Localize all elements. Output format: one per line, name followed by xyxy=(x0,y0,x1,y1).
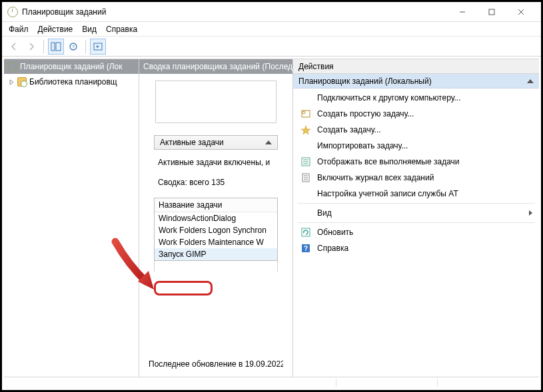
document-icon xyxy=(300,172,312,183)
action-import[interactable]: Импортировать задачу... xyxy=(293,138,539,154)
action-at-account[interactable]: Настройка учетной записи службы AT xyxy=(293,186,539,202)
action-create-task[interactable]: Создать задачу... xyxy=(293,122,539,138)
task-row[interactable]: Work Folders Logon Synchron xyxy=(155,224,277,236)
new-task-icon xyxy=(300,108,312,119)
blank-icon xyxy=(300,93,312,103)
expand-icon[interactable] xyxy=(8,79,15,85)
actions-header: Действия xyxy=(293,59,539,74)
toolbar: ? xyxy=(2,37,541,57)
collapse-icon xyxy=(527,79,534,83)
star-icon xyxy=(300,124,312,135)
action-help[interactable]: ? Справка xyxy=(293,240,539,256)
task-row[interactable]: WindowsActionDialog xyxy=(155,212,277,224)
blank-icon xyxy=(300,140,312,151)
chevron-right-icon xyxy=(529,210,532,216)
menu-help[interactable]: Справка xyxy=(106,25,137,34)
last-update-text: Последнее обновление в 19.09.2022 13:27 xyxy=(149,359,283,369)
toolbar-item-3[interactable] xyxy=(90,39,106,55)
action-refresh[interactable]: Обновить xyxy=(293,224,539,240)
action-show-running[interactable]: Отображать все выполняемые задачи xyxy=(293,154,539,170)
minimize-button[interactable] xyxy=(448,3,477,21)
clock-icon xyxy=(7,7,18,17)
menu-bar: Файл Действие Вид Справка xyxy=(2,22,541,37)
svg-rect-5 xyxy=(56,43,61,51)
svg-rect-21 xyxy=(302,228,310,236)
blank-icon xyxy=(300,208,312,218)
svg-text:?: ? xyxy=(304,245,308,252)
svg-rect-4 xyxy=(51,43,55,51)
menu-view[interactable]: Вид xyxy=(82,25,97,34)
actions-panel: Действия Планировщик заданий (Локальный)… xyxy=(293,59,539,377)
back-button[interactable] xyxy=(6,39,22,55)
task-row-selected[interactable]: Запуск GIMP xyxy=(155,248,277,260)
close-button[interactable] xyxy=(506,3,536,21)
svg-text:?: ? xyxy=(72,44,75,50)
actions-subheader-text: Планировщик заданий (Локальный) xyxy=(298,77,432,86)
task-column-header[interactable]: Название задачи xyxy=(155,198,277,212)
maximize-button[interactable] xyxy=(477,3,506,21)
collapse-icon xyxy=(265,140,272,144)
menu-file[interactable]: Файл xyxy=(9,25,29,34)
svg-rect-1 xyxy=(489,9,494,15)
active-tasks-title: Активные задачи xyxy=(160,138,224,147)
tree-header-text: Планировщик заданий (Лок xyxy=(20,62,123,71)
tree-header: Планировщик заданий (Лок xyxy=(4,59,139,74)
action-enable-log[interactable]: Включить журнал всех заданий xyxy=(293,170,539,186)
blank-icon xyxy=(300,188,312,199)
active-tasks-note: Активные задачи включены, и xyxy=(158,158,274,167)
center-header: Сводка планировщика заданий (Последне xyxy=(139,59,292,74)
action-connect[interactable]: Подключиться к другому компьютеру... xyxy=(293,90,539,106)
status-bar xyxy=(4,377,539,388)
svg-marker-9 xyxy=(97,45,99,48)
help-icon: ? xyxy=(300,243,312,254)
window-title: Планировщик заданий xyxy=(22,7,106,17)
list-icon xyxy=(300,156,312,167)
actions-subheader[interactable]: Планировщик заданий (Локальный) xyxy=(293,74,539,89)
tree-panel: Планировщик заданий (Лок Библиотека план… xyxy=(4,59,139,377)
action-view[interactable]: Вид xyxy=(293,205,539,221)
clock-icon xyxy=(8,62,17,71)
task-row[interactable]: Work Folders Maintenance W xyxy=(155,236,277,248)
svg-marker-12 xyxy=(301,126,310,134)
menu-action[interactable]: Действие xyxy=(38,25,73,34)
active-tasks-header[interactable]: Активные задачи xyxy=(154,135,278,150)
title-bar: Планировщик заданий xyxy=(2,2,541,22)
toolbar-item-2[interactable]: ? xyxy=(65,39,81,55)
center-panel: Сводка планировщика заданий (Последне Ак… xyxy=(139,59,293,377)
active-tasks-summary: Сводка: всего 135 xyxy=(158,178,274,187)
refresh-icon xyxy=(300,227,312,238)
task-list: Название задачи WindowsActionDialog Work… xyxy=(154,198,278,261)
action-create-basic[interactable]: Создать простую задачу... xyxy=(293,106,539,122)
tree-library-label: Библиотека планировщ xyxy=(29,77,117,87)
tree-library[interactable]: Библиотека планировщ xyxy=(8,77,135,87)
toolbar-item-1[interactable] xyxy=(48,39,64,55)
forward-button[interactable] xyxy=(23,39,39,55)
summary-box-placeholder xyxy=(155,81,276,123)
folder-icon xyxy=(17,77,27,87)
